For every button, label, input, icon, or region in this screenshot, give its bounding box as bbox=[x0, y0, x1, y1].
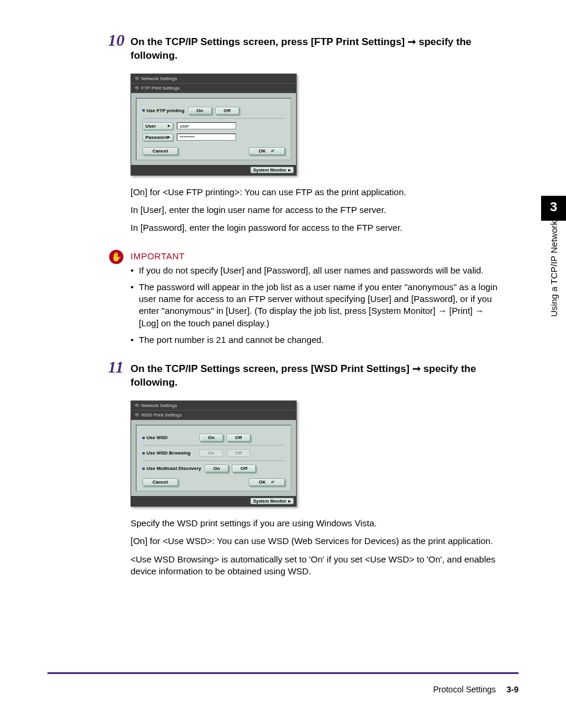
multicast-off-button[interactable]: Off bbox=[232, 465, 256, 472]
arrow-icon: ➞ bbox=[408, 36, 419, 47]
step-number: 11 bbox=[108, 358, 123, 377]
password-input[interactable]: ******** bbox=[177, 133, 236, 141]
user-label: User bbox=[145, 123, 156, 129]
password-label: Password bbox=[145, 135, 168, 140]
use-ftp-row: Use FTP printing On Off bbox=[142, 107, 285, 115]
screenshot-subtitle-bar: ⟲ FTP Print Settings bbox=[131, 84, 296, 93]
bullet-icon bbox=[142, 109, 145, 112]
screenshot-titlebar: ⟲ Network Settings bbox=[131, 401, 296, 411]
user-row: User ▸ user bbox=[142, 122, 285, 130]
screenshot-subtitle: WSD Print Settings bbox=[141, 412, 182, 418]
cancel-button[interactable]: Cancel bbox=[142, 478, 178, 486]
screenshot-titlebar: ⟲ Network Settings bbox=[131, 74, 296, 84]
bullet-icon bbox=[142, 452, 145, 454]
body-text: In [Password], enter the login password … bbox=[131, 222, 501, 234]
wsd-browsing-on-button: On bbox=[199, 449, 223, 457]
footer-page: 3-9 bbox=[507, 685, 519, 694]
footer-rule bbox=[47, 672, 519, 674]
bullet-icon bbox=[142, 437, 145, 439]
page-content: 3 Using a TCP/IP Network 10 On the TCP/I… bbox=[0, 0, 566, 618]
use-wsd-browsing-label: Use WSD Browsing bbox=[147, 450, 190, 456]
chapter-number: 3 bbox=[541, 196, 566, 221]
screenshot-title: Network Settings bbox=[141, 403, 177, 408]
step-11: 11 On the TCP/IP Settings screen, press … bbox=[131, 363, 501, 577]
use-multicast-label: Use Multicast Discovery bbox=[147, 466, 201, 471]
step-title-part-a: On the TCP/IP Settings screen, press [WS… bbox=[131, 363, 409, 374]
ftp-settings-screenshot: ⟲ Network Settings ⟲ FTP Print Settings … bbox=[131, 74, 297, 176]
triangle-icon: ▸ bbox=[168, 135, 170, 139]
body-text: In [User], enter the login user name for… bbox=[131, 204, 501, 216]
step-title: On the TCP/IP Settings screen, press [FT… bbox=[131, 36, 501, 63]
back-icon: ⟲ bbox=[135, 403, 139, 408]
ok-button[interactable]: OK ⤶ bbox=[249, 478, 285, 486]
wsd-on-button[interactable]: On bbox=[199, 434, 223, 441]
screenshot-subtitle: FTP Print Settings bbox=[141, 85, 180, 91]
chapter-label: Using a TCP/IP Network bbox=[543, 221, 565, 325]
system-monitor-button[interactable]: System Monitor ▸ bbox=[250, 167, 294, 173]
step-title: On the TCP/IP Settings screen, press [WS… bbox=[131, 363, 501, 390]
step-title-part-a: On the TCP/IP Settings screen, press [FT… bbox=[131, 36, 405, 47]
important-list: If you do not specify [User] and [Passwo… bbox=[131, 265, 501, 346]
page-footer: Protocol Settings 3-9 bbox=[433, 685, 519, 694]
use-multicast-row: Use Multicast Discovery On Off bbox=[142, 465, 285, 472]
body-text: Specify the WSD print settings if you ar… bbox=[131, 517, 501, 529]
ftp-on-button[interactable]: On bbox=[188, 107, 212, 115]
arrow-icon: ➞ bbox=[412, 363, 424, 374]
hand-icon: ✋ bbox=[111, 252, 122, 262]
important-block: ✋ IMPORTANT If you do not specify [User]… bbox=[131, 251, 501, 346]
bullet-icon bbox=[142, 468, 145, 470]
important-item: The password will appear in the job list… bbox=[131, 281, 501, 329]
step-10: 10 On the TCP/IP Settings screen, press … bbox=[131, 36, 501, 234]
user-input[interactable]: user bbox=[177, 122, 236, 129]
important-icon: ✋ bbox=[109, 250, 123, 264]
cancel-button[interactable]: Cancel bbox=[142, 147, 178, 155]
system-monitor-button[interactable]: System Monitor ▸ bbox=[250, 498, 294, 504]
back-icon: ⟲ bbox=[135, 85, 139, 91]
back-icon: ⟲ bbox=[135, 412, 139, 418]
use-wsd-row: Use WSD On Off bbox=[142, 434, 285, 441]
important-item: The port number is 21 and cannot be chan… bbox=[131, 334, 501, 346]
triangle-icon: ▸ bbox=[288, 167, 291, 173]
ftp-off-button[interactable]: Off bbox=[215, 107, 239, 115]
important-title: IMPORTANT bbox=[131, 251, 501, 261]
ok-label: OK bbox=[259, 479, 266, 485]
screenshot-subtitle-bar: ⟲ WSD Print Settings bbox=[131, 411, 296, 420]
screenshot-title: Network Settings bbox=[141, 76, 177, 81]
important-item: If you do not specify [User] and [Passwo… bbox=[131, 265, 501, 276]
triangle-icon: ▸ bbox=[168, 123, 170, 128]
wsd-browsing-off-button: Off bbox=[227, 449, 250, 457]
ok-label: OK bbox=[259, 148, 266, 154]
chapter-tab: 3 Using a TCP/IP Network bbox=[541, 196, 566, 328]
multicast-on-button[interactable]: On bbox=[205, 465, 228, 472]
system-monitor-label: System Monitor bbox=[253, 498, 287, 504]
wsd-settings-screenshot: ⟲ Network Settings ⟲ WSD Print Settings … bbox=[131, 400, 297, 507]
enter-icon: ⤶ bbox=[271, 479, 275, 485]
body-text: [On] for <Use FTP printing>: You can use… bbox=[131, 186, 501, 198]
user-label-button[interactable]: User ▸ bbox=[142, 122, 173, 130]
body-text: <Use WSD Browsing> is automatically set … bbox=[131, 554, 501, 578]
password-label-button[interactable]: Password ▸ bbox=[142, 133, 173, 141]
use-ftp-label: Use FTP printing bbox=[147, 108, 185, 113]
system-monitor-label: System Monitor bbox=[253, 167, 287, 173]
footer-section: Protocol Settings bbox=[433, 685, 496, 694]
enter-icon: ⤶ bbox=[271, 148, 275, 154]
use-wsd-browsing-row: Use WSD Browsing On Off bbox=[142, 449, 285, 457]
step-number: 10 bbox=[108, 31, 125, 50]
wsd-off-button[interactable]: Off bbox=[227, 434, 250, 441]
body-text: [On] for <Use WSD>: You can use WSD (Web… bbox=[131, 535, 501, 547]
back-icon: ⟲ bbox=[135, 76, 139, 81]
password-row: Password ▸ ******** bbox=[142, 133, 285, 141]
ok-button[interactable]: OK ⤶ bbox=[249, 147, 285, 155]
use-wsd-label: Use WSD bbox=[147, 435, 168, 440]
triangle-icon: ▸ bbox=[288, 498, 291, 504]
